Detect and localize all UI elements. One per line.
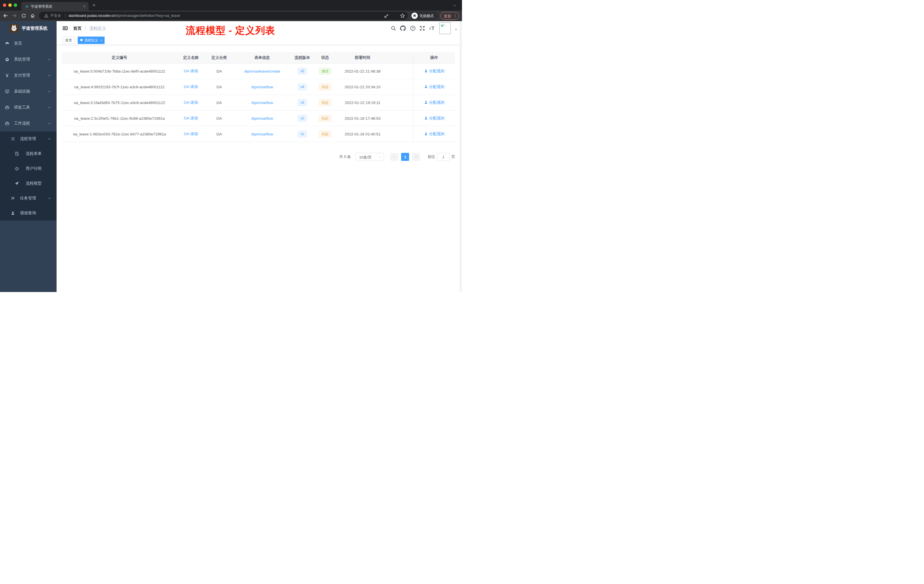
hamburger-icon[interactable] — [62, 25, 68, 31]
fullscreen-icon[interactable] — [419, 25, 425, 31]
avatar-caret-down-icon[interactable] — [454, 28, 458, 31]
tag-close-icon[interactable]: × — [100, 39, 102, 42]
sidebar: 芋道管理系统 首页 系统管理 支付管理 — [0, 21, 56, 292]
definition-name-link[interactable]: OA 请假 — [177, 69, 205, 74]
sidebar-subitem[interactable]: 流程模型 — [0, 176, 56, 191]
tab-close-icon[interactable] — [82, 5, 86, 8]
page-size-select[interactable]: 10条/页 — [355, 153, 384, 161]
tab-title: 芋道管理系统 — [31, 4, 52, 9]
question-icon[interactable] — [410, 25, 416, 31]
cell-definition-id: oa_leave:1:482ec033-762a-11ec-8477-a2380… — [62, 132, 177, 136]
cell-category: OA — [205, 116, 233, 120]
sidebar-submenu: 流程管理 流程表单 用户分组 流程模型 — [0, 132, 56, 221]
menu-icon — [5, 105, 10, 110]
logo-avatar — [10, 24, 18, 33]
user-icon — [424, 84, 428, 89]
form-link[interactable]: /bpm/oa/leave/create — [233, 69, 291, 73]
definition-name-link[interactable]: OA 请假 — [177, 132, 205, 137]
address-bar[interactable]: 不安全 dashboard.yudao.iocoder.cn/bpm/manag… — [39, 12, 408, 20]
sidebar-logo[interactable]: 芋道管理系统 — [0, 21, 56, 35]
chevron-icon — [48, 196, 51, 200]
chevron-icon — [48, 137, 51, 141]
browser-toolbar: 不安全 dashboard.yudao.iocoder.cn/bpm/manag… — [0, 11, 462, 21]
browser-update-button[interactable]: 更新 — [440, 12, 459, 20]
breadcrumb-current: 流程定义 — [89, 26, 106, 31]
status-badge: 挂起 — [319, 130, 332, 137]
sidebar-subitem[interactable]: 请假查询 — [0, 206, 56, 221]
table-row: oa_leave:5:004b710b-7b8a-11ec-8ef0-acde4… — [62, 63, 455, 79]
sidebar-subitem[interactable]: 流程表单 — [0, 146, 56, 161]
sidebar-item[interactable]: 支付管理 — [0, 68, 56, 83]
key-icon[interactable] — [384, 13, 389, 18]
chevron-left-icon — [393, 155, 396, 158]
cell-definition-id: oa_leave:2:3c1f0ef1-76b1-11ec-9c66-a2380… — [62, 116, 177, 120]
reload-icon[interactable] — [21, 13, 26, 18]
prev-page-button[interactable] — [390, 153, 398, 161]
cell-deploy-time: 2022-01-16 17:46:53 — [337, 116, 389, 120]
window-minimize-button[interactable] — [8, 3, 12, 7]
sidebar-subitem[interactable]: 用户分组 — [0, 161, 56, 176]
assign-rule-button[interactable]: 分配规则 — [413, 69, 455, 74]
form-link[interactable]: /bpm/oa/flow — [233, 85, 291, 89]
definition-name-link[interactable]: OA 请假 — [177, 84, 205, 89]
search-icon[interactable] — [391, 25, 396, 31]
col-status: 状态 — [314, 55, 337, 60]
sidebar-item[interactable]: 首页 — [0, 35, 56, 51]
col-id: 定义编号 — [62, 55, 177, 60]
window-close-button[interactable] — [3, 3, 6, 7]
col-category: 定义分类 — [205, 55, 233, 60]
text-size-icon[interactable] — [429, 25, 435, 31]
table-header: 定义编号 定义名称 定义分类 表单信息 流程版本 状态 部署时间 操作 — [62, 52, 455, 63]
page-scrollbar[interactable] — [460, 21, 462, 292]
chevron-icon — [48, 89, 51, 93]
bookmark-star-icon[interactable] — [400, 13, 405, 18]
form-link[interactable]: /bpm/oa/flow — [233, 116, 291, 120]
breadcrumb-home[interactable]: 首页 — [73, 26, 81, 31]
sidebar-subitem-label: 请假查询 — [20, 211, 36, 216]
tab-search-chevron-icon[interactable] — [453, 4, 457, 7]
assign-rule-button[interactable]: 分配规则 — [413, 132, 455, 137]
form-link[interactable]: /bpm/oa/flow — [233, 132, 291, 136]
active-dot — [80, 39, 82, 41]
screenshot-root: 芋道管理系统 不安全 dashboard.yudao.iocoder.cn/bp… — [0, 0, 462, 292]
sidebar-subitem[interactable]: 任务管理 — [0, 191, 56, 206]
cell-definition-id: oa_leave:3:1fad3d93-7b75-11ec-a3c8-acde4… — [62, 101, 177, 105]
assign-rule-button[interactable]: 分配规则 — [413, 116, 455, 121]
table-row: oa_leave:4:991f2193-7b7f-11ec-a3c8-acde4… — [62, 79, 455, 95]
avatar[interactable] — [439, 22, 451, 34]
definition-name-link[interactable]: OA 请假 — [177, 116, 205, 121]
sidebar-menu: 首页 系统管理 支付管理 基础设施 — [0, 35, 56, 132]
tag-active[interactable]: 流程定义× — [78, 36, 105, 44]
new-tab-icon[interactable] — [92, 3, 96, 7]
home-icon[interactable] — [30, 13, 35, 18]
window-zoom-button[interactable] — [14, 3, 17, 7]
assign-rule-button[interactable]: 分配规则 — [413, 84, 455, 89]
assign-rule-button[interactable]: 分配规则 — [413, 100, 455, 105]
browser-tab[interactable]: 芋道管理系统 — [21, 2, 89, 11]
app-title: 芋道管理系统 — [22, 26, 48, 31]
tags-view-bar: 首页 流程定义× — [56, 35, 460, 45]
next-page-button[interactable] — [412, 153, 420, 161]
tag-home[interactable]: 首页 — [63, 36, 74, 44]
col-action: 操作 — [413, 55, 455, 60]
definition-name-link[interactable]: OA 请假 — [177, 100, 205, 105]
sidebar-item-label: 首页 — [14, 41, 22, 46]
forward-icon[interactable] — [12, 13, 17, 18]
sidebar-subitem[interactable]: 流程管理 — [0, 132, 56, 146]
update-label: 更新 — [444, 14, 451, 19]
github-icon[interactable] — [400, 25, 406, 31]
back-icon[interactable] — [3, 13, 8, 18]
cell-category: OA — [205, 85, 233, 89]
version-badge: v5 — [298, 68, 307, 74]
form-link[interactable]: /bpm/oa/flow — [233, 101, 291, 105]
sidebar-item[interactable]: 基础设施 — [0, 83, 56, 99]
version-badge: v1 — [298, 130, 307, 137]
sidebar-item[interactable]: 研发工具 — [0, 99, 56, 115]
sidebar-item[interactable]: 工作流程 — [0, 115, 56, 132]
current-page-button[interactable]: 1 — [401, 153, 409, 161]
browser-menu-dots-icon[interactable] — [454, 14, 457, 18]
sidebar-item[interactable]: 系统管理 — [0, 51, 56, 68]
pagination: 共 5 条 10条/页 1 前往 页 — [340, 153, 455, 161]
goto-page-input[interactable] — [437, 153, 450, 161]
status-badge: 挂起 — [319, 83, 332, 90]
